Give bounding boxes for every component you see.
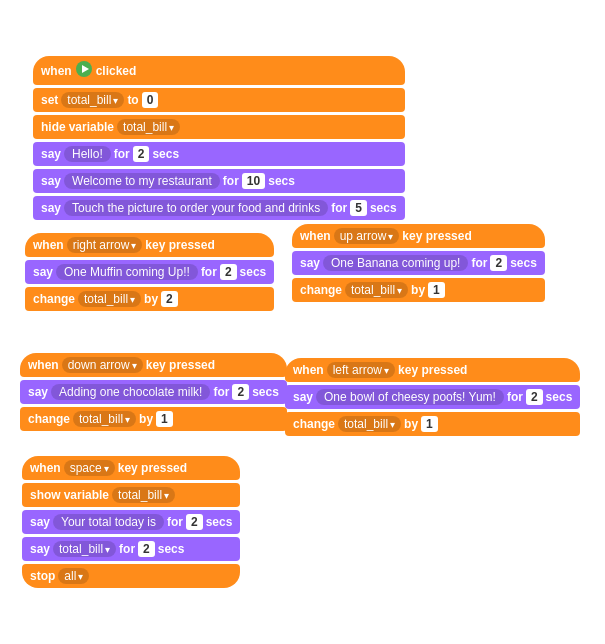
when-up-arrow-hat[interactable]: when up arrow key pressed — [292, 224, 545, 248]
change-bill-1-left-block[interactable]: change total_bill by 1 — [285, 412, 580, 436]
stop-all-block[interactable]: stop all — [22, 564, 240, 588]
say-welcome-value: Welcome to my restaurant — [64, 173, 220, 189]
say-hello-block[interactable]: say Hello! for 2 secs — [33, 142, 405, 166]
group-up-arrow: when up arrow key pressed say One Banana… — [292, 223, 545, 303]
down-arrow-dropdown[interactable]: down arrow — [62, 357, 143, 373]
change-bill-1-up-block[interactable]: change total_bill by 1 — [292, 278, 545, 302]
group-left-arrow: when left arrow key pressed say One bowl… — [285, 357, 580, 437]
say-welcome-secs: 10 — [242, 173, 265, 189]
when-space-hat[interactable]: when space key pressed — [22, 456, 240, 480]
when-down-arrow-hat[interactable]: when down arrow key pressed — [20, 353, 287, 377]
group-space-key: when space key pressed show variable tot… — [22, 455, 240, 589]
change-bill-1-left-dropdown[interactable]: total_bill — [338, 416, 401, 432]
say-muffin-value: One Muffin coming Up!! — [56, 264, 198, 280]
total-bill-dropdown[interactable]: total_bill — [61, 92, 124, 108]
when-left-arrow-hat[interactable]: when left arrow key pressed — [285, 358, 580, 382]
say-welcome-block[interactable]: say Welcome to my restaurant for 10 secs — [33, 169, 405, 193]
group-right-arrow: when right arrow key pressed say One Muf… — [25, 232, 274, 312]
say-muffin-block[interactable]: say One Muffin coming Up!! for 2 secs — [25, 260, 274, 284]
change-bill-1-up-dropdown[interactable]: total_bill — [345, 282, 408, 298]
hide-variable-block[interactable]: hide variable total_bill — [33, 115, 405, 139]
hide-total-bill-dropdown[interactable]: total_bill — [117, 119, 180, 135]
value-zero: 0 — [142, 92, 159, 108]
say-touch-block[interactable]: say Touch the picture to order your food… — [33, 196, 405, 220]
change-bill-1-left-value: 1 — [421, 416, 438, 432]
say-chocolate-block[interactable]: say Adding one chocolate milk! for 2 sec… — [20, 380, 287, 404]
say-total-bill-block[interactable]: say total_bill for 2 secs — [22, 537, 240, 561]
say-hello-value: Hello! — [64, 146, 111, 162]
up-arrow-dropdown[interactable]: up arrow — [334, 228, 400, 244]
say-chocolate-value: Adding one chocolate milk! — [51, 384, 210, 400]
change-bill-1-up-value: 1 — [428, 282, 445, 298]
say-cheesy-value: One bowl of cheesy poofs! Yum! — [316, 389, 504, 405]
left-arrow-dropdown[interactable]: left arrow — [327, 362, 395, 378]
change-bill-2-block[interactable]: change total_bill by 2 — [25, 287, 274, 311]
say-total-text-block[interactable]: say Your total today is for 2 secs — [22, 510, 240, 534]
when-right-arrow-hat[interactable]: when right arrow key pressed — [25, 233, 274, 257]
say-total-bill-secs: 2 — [138, 541, 155, 557]
group-when-clicked: when clicked set total_bill to 0 hide va… — [33, 55, 405, 221]
clicked-label: clicked — [96, 64, 137, 78]
say-banana-block[interactable]: say One Banana coming up! for 2 secs — [292, 251, 545, 275]
when-clicked-hat[interactable]: when clicked — [33, 56, 405, 85]
say-cheesy-secs: 2 — [526, 389, 543, 405]
stop-all-dropdown[interactable]: all — [58, 568, 89, 584]
say-touch-value: Touch the picture to order your food and… — [64, 200, 328, 216]
show-variable-block[interactable]: show variable total_bill — [22, 483, 240, 507]
change-bill-1-down-block[interactable]: change total_bill by 1 — [20, 407, 287, 431]
say-cheesy-block[interactable]: say One bowl of cheesy poofs! Yum! for 2… — [285, 385, 580, 409]
set-total-bill-block[interactable]: set total_bill to 0 — [33, 88, 405, 112]
change-bill-1-down-value: 1 — [156, 411, 173, 427]
group-down-arrow: when down arrow key pressed say Adding o… — [20, 352, 287, 432]
change-bill-2-value: 2 — [161, 291, 178, 307]
say-total-bill-dropdown[interactable]: total_bill — [53, 541, 116, 557]
space-dropdown[interactable]: space — [64, 460, 115, 476]
right-arrow-dropdown[interactable]: right arrow — [67, 237, 143, 253]
say-chocolate-secs: 2 — [232, 384, 249, 400]
show-total-bill-dropdown[interactable]: total_bill — [112, 487, 175, 503]
change-bill-2-dropdown[interactable]: total_bill — [78, 291, 141, 307]
green-flag-icon — [75, 60, 93, 81]
say-banana-secs: 2 — [490, 255, 507, 271]
say-total-text-secs: 2 — [186, 514, 203, 530]
change-bill-1-down-dropdown[interactable]: total_bill — [73, 411, 136, 427]
say-hello-secs: 2 — [133, 146, 150, 162]
say-muffin-secs: 2 — [220, 264, 237, 280]
say-touch-secs: 5 — [350, 200, 367, 216]
say-total-text-value: Your total today is — [53, 514, 164, 530]
when-label: when — [41, 64, 72, 78]
say-banana-value: One Banana coming up! — [323, 255, 468, 271]
